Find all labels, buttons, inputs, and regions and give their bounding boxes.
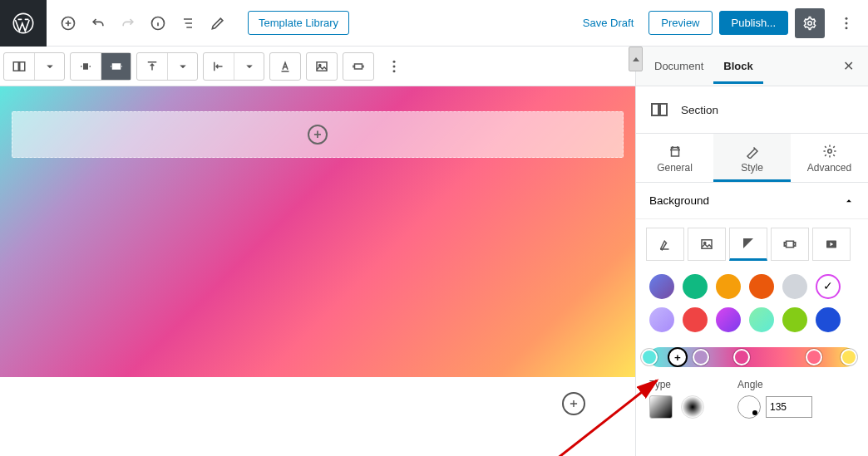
scroll-handle-icon[interactable]	[629, 47, 643, 71]
section-icon	[649, 100, 669, 120]
svg-rect-14	[355, 64, 362, 69]
wordpress-logo[interactable]	[0, 0, 47, 47]
svg-point-4	[846, 17, 848, 19]
inserter-icon[interactable]	[53, 8, 83, 38]
block-more-icon[interactable]	[379, 52, 409, 81]
type-label: Type	[649, 379, 704, 390]
svg-rect-18	[652, 104, 658, 115]
gradient-add-stop-icon[interactable]: +	[668, 347, 688, 367]
bg-type-slideshow-icon[interactable]	[771, 228, 809, 261]
sub-tab-style[interactable]: Style	[713, 134, 791, 182]
close-inspector-icon[interactable]: ✕	[836, 55, 860, 78]
gradient-preset-11[interactable]	[816, 307, 841, 332]
textcolor-icon[interactable]	[270, 53, 300, 80]
preview-button[interactable]: Preview	[649, 11, 712, 35]
sub-tab-advanced[interactable]: Advanced	[791, 134, 868, 182]
block-appender-icon[interactable]	[562, 392, 585, 415]
chevron-up-icon	[843, 195, 855, 207]
svg-rect-11	[282, 71, 289, 72]
svg-rect-21	[660, 248, 669, 250]
svg-rect-25	[787, 241, 794, 248]
tab-block[interactable]: Block	[713, 48, 762, 84]
svg-rect-19	[660, 104, 667, 115]
inner-placeholder[interactable]: +	[12, 111, 624, 158]
gradient-preset-8[interactable]	[716, 307, 741, 332]
edit-icon[interactable]	[203, 8, 233, 38]
svg-rect-26	[784, 243, 786, 247]
publish-button[interactable]: Publish...	[719, 11, 788, 35]
gradient-stop-2[interactable]	[733, 349, 750, 365]
gradient-bar[interactable]: +	[649, 347, 855, 367]
valign-top-icon[interactable]	[137, 53, 167, 80]
svg-rect-27	[794, 243, 796, 247]
info-icon[interactable]	[143, 8, 173, 38]
gradient-preset-2[interactable]	[716, 274, 741, 299]
svg-point-17	[393, 70, 396, 72]
section-block[interactable]: +	[0, 86, 635, 377]
block-dropdown-icon[interactable]	[34, 53, 64, 80]
gradient-stop-0[interactable]	[641, 349, 658, 365]
bg-type-image-icon[interactable]	[688, 228, 726, 261]
gradient-stop-3[interactable]	[806, 349, 822, 365]
svg-point-16	[393, 65, 396, 67]
angle-input[interactable]	[766, 396, 812, 418]
gradient-preset-0[interactable]	[649, 274, 674, 299]
outline-icon[interactable]	[173, 8, 203, 38]
gradient-preset-1[interactable]	[683, 274, 708, 299]
settings-icon[interactable]	[795, 8, 825, 38]
gradient-type-linear[interactable]	[649, 395, 673, 419]
angle-dial[interactable]	[737, 395, 761, 419]
gradient-preset-5[interactable]	[816, 274, 841, 299]
svg-rect-8	[20, 61, 25, 71]
gradient-preset-6[interactable]	[649, 307, 674, 332]
valign-dropdown-icon[interactable]	[167, 53, 197, 80]
tab-document[interactable]: Document	[644, 48, 713, 84]
gradient-preset-9[interactable]	[749, 307, 774, 332]
template-library-button[interactable]: Template Library	[248, 11, 349, 35]
svg-rect-7	[13, 61, 18, 71]
halign-dropdown-icon[interactable]	[234, 53, 264, 80]
panel-background-header[interactable]: Background	[636, 183, 868, 219]
svg-rect-22	[702, 240, 712, 249]
gradient-preset-4[interactable]	[782, 274, 807, 299]
gradient-stop-1[interactable]	[693, 349, 709, 365]
svg-rect-12	[317, 61, 327, 71]
svg-point-15	[393, 60, 396, 62]
gradient-preset-3[interactable]	[749, 274, 774, 299]
svg-rect-9	[83, 63, 88, 70]
svg-point-20	[827, 150, 831, 154]
angle-label: Angle	[737, 379, 812, 390]
gradient-stop-4[interactable]	[841, 349, 857, 365]
gradient-preset-7[interactable]	[683, 307, 708, 332]
gradient-preset-10[interactable]	[782, 307, 807, 332]
undo-icon[interactable]	[83, 8, 113, 38]
more-menu-icon[interactable]	[831, 8, 861, 38]
image-icon[interactable]	[307, 53, 337, 80]
svg-point-5	[846, 22, 848, 24]
halign-icon[interactable]	[204, 53, 234, 80]
add-inner-block-icon[interactable]: +	[308, 125, 328, 145]
svg-point-3	[808, 21, 812, 25]
bg-type-gradient-icon[interactable]	[729, 228, 767, 261]
svg-point-6	[846, 27, 848, 29]
section-block-icon[interactable]	[4, 53, 34, 80]
redo-icon[interactable]	[113, 8, 143, 38]
svg-rect-10	[111, 63, 121, 70]
align-none-icon[interactable]	[71, 53, 101, 80]
align-wide-icon[interactable]	[101, 53, 131, 80]
save-draft-button[interactable]: Save Draft	[575, 12, 642, 34]
gradient-type-radial[interactable]	[681, 395, 704, 419]
sub-tab-general[interactable]: General	[636, 134, 713, 182]
bg-type-classic-icon[interactable]	[646, 228, 684, 261]
block-title: Section	[681, 104, 718, 116]
fullwidth-icon[interactable]	[343, 53, 373, 80]
bg-type-video-icon[interactable]	[812, 228, 851, 261]
